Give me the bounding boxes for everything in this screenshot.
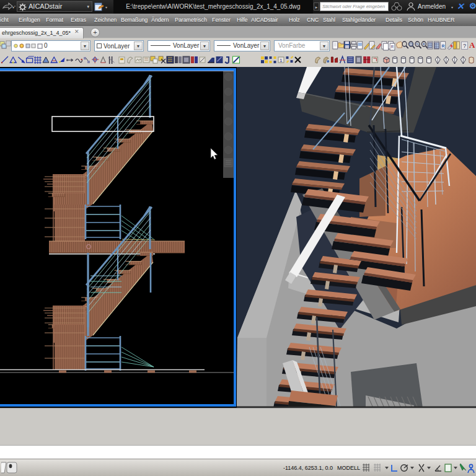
svg-text:R: R	[391, 45, 394, 49]
svg-text:%: %	[416, 42, 419, 46]
svg-text:1: 1	[280, 58, 283, 63]
svg-text:R: R	[442, 43, 446, 50]
